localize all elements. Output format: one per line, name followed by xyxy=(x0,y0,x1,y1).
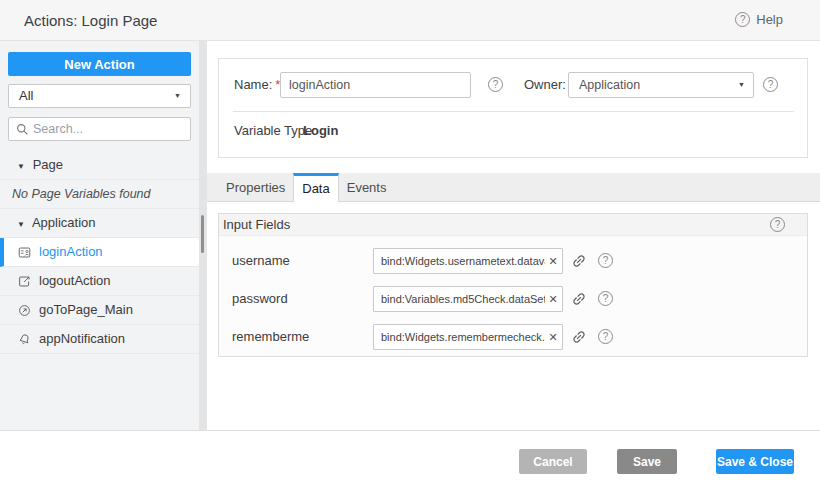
tab-properties[interactable]: Properties xyxy=(218,173,293,202)
tree-item-label: appNotification xyxy=(39,325,125,353)
dialog-titlebar: Actions: Login Page Help xyxy=(0,0,820,41)
clear-binding-icon[interactable] xyxy=(546,286,560,312)
input-field-row-rememberme: rememberme xyxy=(219,324,807,350)
tree-item-label: loginAction xyxy=(39,238,103,266)
owner-select-value: Application xyxy=(579,78,640,92)
bind-value-input[interactable] xyxy=(373,248,563,274)
tree-group-page[interactable]: Page xyxy=(0,151,199,180)
input-field-row-username: username xyxy=(219,248,807,274)
save-button[interactable]: Save xyxy=(617,449,677,474)
bind-field xyxy=(373,324,563,350)
tab-events[interactable]: Events xyxy=(339,173,395,202)
new-action-button[interactable]: New Action xyxy=(8,52,191,76)
filter-select[interactable]: All xyxy=(8,84,191,108)
collapse-arrow-icon xyxy=(17,211,29,239)
collapse-arrow-icon xyxy=(17,153,29,181)
actions-dialog: Actions: Login Page Help New Action All … xyxy=(0,0,820,486)
search-box xyxy=(8,117,191,141)
bind-link-icon[interactable] xyxy=(571,329,587,345)
clear-binding-icon[interactable] xyxy=(546,248,560,274)
field-help-icon[interactable] xyxy=(598,329,613,344)
tree-item-appnotification[interactable]: appNotification xyxy=(0,325,199,354)
bind-value-input[interactable] xyxy=(373,324,563,350)
input-fields-title: Input Fields xyxy=(223,217,290,232)
field-label: rememberme xyxy=(232,324,309,350)
help-button[interactable]: Help xyxy=(735,12,783,27)
bind-value-input[interactable] xyxy=(373,286,563,312)
chevron-down-icon xyxy=(174,85,181,107)
owner-select[interactable]: Application xyxy=(568,72,754,98)
tree-item-gotopage-main[interactable]: goToPage_Main xyxy=(0,296,199,325)
bind-field xyxy=(373,248,563,274)
tree-group-application[interactable]: Application xyxy=(0,209,199,238)
filter-select-value: All xyxy=(19,88,33,103)
bind-link-icon[interactable] xyxy=(571,253,587,269)
main-content: Name:* Owner:* Application Variable Type… xyxy=(207,41,820,430)
navigation-variable-icon xyxy=(18,304,31,317)
name-input[interactable] xyxy=(280,72,471,98)
tab-bar: Properties Data Events xyxy=(207,173,820,202)
variables-sidebar: New Action All Page No Page Variables fo… xyxy=(0,41,199,430)
tree-item-loginaction[interactable]: loginAction xyxy=(0,238,199,267)
name-label: Name:* xyxy=(234,72,280,98)
input-fields-header: Input Fields xyxy=(219,214,807,236)
page-title: Actions: Login Page xyxy=(24,12,157,29)
variable-type-value: Login xyxy=(303,118,338,144)
tree-item-label: goToPage_Main xyxy=(39,296,133,324)
logout-variable-icon xyxy=(18,275,31,288)
sidebar-scrollbar-thumb[interactable] xyxy=(201,215,204,253)
owner-help-icon[interactable] xyxy=(763,77,778,92)
tab-data[interactable]: Data xyxy=(293,173,338,202)
owner-label: Owner:* xyxy=(524,72,574,98)
tree-item-logoutaction[interactable]: logoutAction xyxy=(0,267,199,296)
variable-summary-card: Name:* Owner:* Application Variable Type… xyxy=(218,58,808,158)
input-fields-help-icon[interactable] xyxy=(770,217,785,232)
variables-tree: Page No Page Variables found Application… xyxy=(0,151,199,354)
login-variable-icon xyxy=(18,246,31,259)
tree-group-label: Application xyxy=(32,215,96,230)
name-help-icon[interactable] xyxy=(488,77,503,92)
help-icon xyxy=(735,12,750,27)
no-page-variables-note: No Page Variables found xyxy=(0,180,199,209)
card-divider xyxy=(233,111,794,112)
search-input[interactable] xyxy=(33,118,193,140)
field-help-icon[interactable] xyxy=(598,253,613,268)
dialog-footer: Cancel Save Save & Close xyxy=(0,430,820,486)
sidebar-scrollbar-track[interactable] xyxy=(199,41,207,430)
help-label: Help xyxy=(756,12,783,27)
field-label: username xyxy=(232,248,290,274)
input-fields-panel: Input Fields username password xyxy=(218,213,808,357)
field-help-icon[interactable] xyxy=(598,291,613,306)
tree-item-label: logoutAction xyxy=(39,267,111,295)
save-and-close-button[interactable]: Save & Close xyxy=(716,449,794,474)
search-icon xyxy=(16,123,29,136)
cancel-button[interactable]: Cancel xyxy=(519,449,587,474)
clear-binding-icon[interactable] xyxy=(546,324,560,350)
tree-group-label: Page xyxy=(33,157,63,172)
notification-variable-icon xyxy=(18,333,31,346)
chevron-down-icon xyxy=(738,73,745,97)
bind-link-icon[interactable] xyxy=(571,291,587,307)
input-field-row-password: password xyxy=(219,286,807,312)
field-label: password xyxy=(232,286,288,312)
bind-field xyxy=(373,286,563,312)
